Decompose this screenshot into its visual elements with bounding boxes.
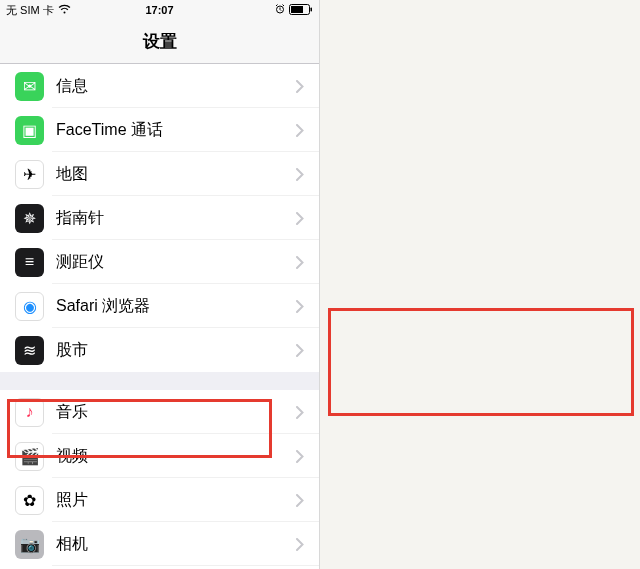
row-label: 指南针: [56, 208, 296, 229]
stock-icon: ≋: [15, 336, 44, 365]
row-map[interactable]: ✈地图: [0, 152, 319, 196]
row-safari[interactable]: ◉Safari 浏览器: [0, 284, 319, 328]
compass-icon: ✵: [15, 204, 44, 233]
row-music[interactable]: ♪音乐: [0, 390, 319, 434]
row-ft[interactable]: ▣FaceTime 通话: [0, 108, 319, 152]
status-bar: 无 SIM 卡 17:07: [0, 0, 319, 20]
chevron-right-icon: [296, 344, 304, 357]
chevron-right-icon: [296, 256, 304, 269]
row-stock[interactable]: ≋股市: [0, 328, 319, 372]
measure-icon: ≡: [15, 248, 44, 277]
map-icon: ✈: [15, 160, 44, 189]
nav-title: 设置: [143, 30, 177, 53]
battery-icon: [289, 4, 313, 17]
row-compass[interactable]: ✵指南针: [0, 196, 319, 240]
nav-bar: 设置: [0, 20, 319, 64]
row-msg[interactable]: ✉信息: [0, 64, 319, 108]
ft-icon: ▣: [15, 116, 44, 145]
chevron-right-icon: [296, 168, 304, 181]
row-video[interactable]: 🎬视频: [0, 434, 319, 478]
camera-icon: 📷: [15, 530, 44, 559]
chevron-right-icon: [296, 450, 304, 463]
highlight-hdr-section: [328, 308, 634, 416]
svg-rect-2: [291, 6, 303, 13]
svg-rect-3: [311, 7, 313, 11]
chevron-right-icon: [296, 300, 304, 313]
row-label: 地图: [56, 164, 296, 185]
safari-icon: ◉: [15, 292, 44, 321]
row-label: 测距仪: [56, 252, 296, 273]
video-icon: 🎬: [15, 442, 44, 471]
row-measure[interactable]: ≡测距仪: [0, 240, 319, 284]
row-label: Safari 浏览器: [56, 296, 296, 317]
row-label: 股市: [56, 340, 296, 361]
chevron-right-icon: [296, 538, 304, 551]
chevron-right-icon: [296, 212, 304, 225]
chevron-right-icon: [296, 124, 304, 137]
chevron-right-icon: [296, 80, 304, 93]
msg-icon: ✉: [15, 72, 44, 101]
row-label: 信息: [56, 76, 296, 97]
row-label: 相机: [56, 534, 296, 555]
chevron-right-icon: [296, 406, 304, 419]
row-camera[interactable]: 📷相机: [0, 522, 319, 566]
photo-icon: ✿: [15, 486, 44, 515]
row-label: 音乐: [56, 402, 296, 423]
time-label: 17:07: [145, 4, 173, 16]
chevron-right-icon: [296, 494, 304, 507]
alarm-icon: [275, 4, 285, 16]
music-icon: ♪: [15, 398, 44, 427]
row-photo[interactable]: ✿照片: [0, 478, 319, 522]
phone-settings: 无 SIM 卡 17:07 设置 ✉信息▣FaceTime 通话✈地图✵指南针≡…: [0, 0, 320, 569]
row-label: FaceTime 通话: [56, 120, 296, 141]
row-label: 视频: [56, 446, 296, 467]
row-label: 照片: [56, 490, 296, 511]
settings-list[interactable]: ✉信息▣FaceTime 通话✈地图✵指南针≡测距仪◉Safari 浏览器≋股市…: [0, 64, 319, 569]
carrier-label: 无 SIM 卡: [6, 3, 54, 18]
wifi-icon: [58, 4, 71, 16]
